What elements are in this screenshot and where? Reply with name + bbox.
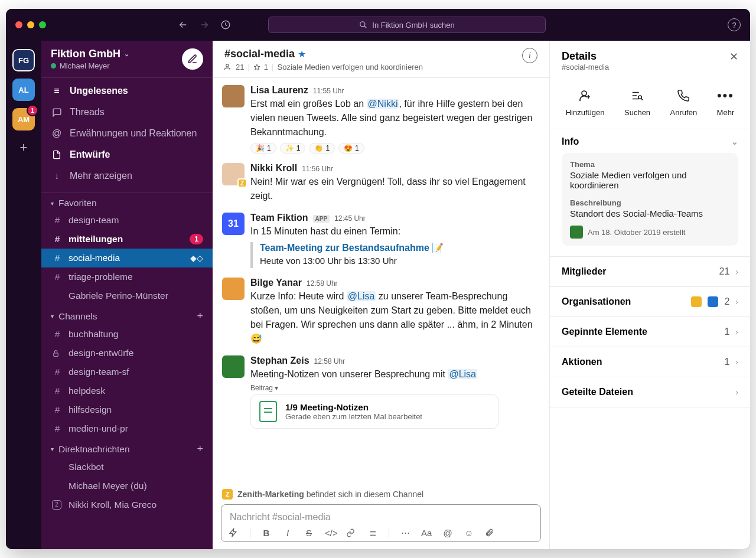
compose-button[interactable] [182, 48, 203, 70]
code-button[interactable]: </> [325, 528, 335, 538]
emoji-button[interactable]: ☺ [464, 528, 474, 538]
chevron-down-icon: ⌄ [124, 50, 129, 58]
avatar[interactable] [222, 85, 245, 107]
workspace-switcher: FG AL AM 1 + [6, 41, 41, 549]
main-column: #social-media ★ 21 | 1 | Soziale Medien … [213, 41, 549, 549]
reaction[interactable]: 🎉1 [250, 143, 276, 154]
message: 31 Team FiktionAPP12:45 Uhr In 15 Minute… [219, 209, 546, 274]
message-input[interactable] [229, 510, 533, 527]
mention[interactable]: @Nikki [367, 99, 399, 109]
workspace-icon[interactable]: FG [12, 49, 35, 71]
org-chip-icon [708, 296, 718, 307]
channel-item[interactable]: design-entwürfe [41, 344, 213, 363]
presence-icon [51, 63, 56, 68]
channel-item[interactable]: #triage-probleme [41, 267, 213, 286]
format-button[interactable]: Aa [421, 528, 432, 538]
forward-button[interactable] [197, 18, 211, 32]
shared-channel-notice: Z Zenith-Marketing befindet sich in dies… [213, 485, 549, 504]
avatar[interactable]: Z [222, 163, 245, 185]
channel-item-active[interactable]: #social-media◆◇ [41, 249, 213, 267]
section-dms[interactable]: ▾Direktnachrichten+ [41, 438, 213, 458]
channel-item[interactable]: #mitteilungen1 [41, 230, 213, 249]
avatar[interactable] [222, 355, 245, 378]
message-composer: B I S </> ≣ ⋯ Aa @ ☺ [221, 504, 541, 542]
close-button[interactable]: ✕ [729, 50, 738, 63]
window-controls [15, 21, 46, 28]
orgs-row[interactable]: Organisationen2› [550, 287, 750, 317]
nav-more[interactable]: ↓Mehr anzeigen [41, 165, 213, 187]
files-row[interactable]: Geteilte Dateien› [550, 377, 750, 407]
channel-item[interactable]: #buchhaltung [41, 325, 213, 344]
workspace-icon[interactable]: AM 1 [12, 108, 35, 130]
avatar[interactable] [222, 278, 245, 300]
attachment-card[interactable]: 1/9 Meeting-Notizen Gerade eben zum letz… [250, 394, 498, 429]
members-row[interactable]: Mitglieder21› [550, 257, 750, 287]
titlebar: In Fiktion GmbH suchen ? [6, 9, 750, 41]
chevron-down-icon[interactable]: ⌄ [731, 137, 738, 146]
slack-window: In Fiktion GmbH suchen ? FG AL AM 1 + Fi… [6, 9, 750, 549]
actions-row[interactable]: Aktionen1› [550, 347, 750, 377]
add-workspace-button[interactable]: + [14, 138, 34, 158]
nav-mentions[interactable]: @Erwähnungen und Reaktionen [41, 123, 213, 144]
dm-item[interactable]: Slackbot [41, 458, 213, 477]
maximize-window-icon[interactable] [39, 21, 46, 28]
mention[interactable]: @Lisa [448, 369, 477, 379]
dm-item[interactable]: Michael Meyer (du) [41, 477, 213, 495]
pinned-row[interactable]: Gepinnte Elemente1› [550, 317, 750, 347]
org-badge-icon: Z [237, 178, 247, 188]
dm-item[interactable]: Gabriele Perino-Münster [41, 286, 213, 305]
calendar-icon: 31 [222, 213, 245, 235]
back-button[interactable] [176, 18, 190, 32]
message: Z Nikki Kroll11:56 Uhr Nein! Mir war es … [219, 159, 546, 209]
unread-badge: 1 [27, 105, 38, 116]
channel-item[interactable]: #hilfsdesign [41, 400, 213, 419]
strike-button[interactable]: S [304, 528, 314, 538]
more-actions-button[interactable]: •••Mehr [717, 88, 735, 117]
more-formatting-button[interactable]: ⋯ [400, 527, 410, 538]
workspace-header[interactable]: Fiktion GmbH⌄ Michael Meyer [41, 41, 213, 78]
shared-channel-icon: ◆◇ [190, 250, 203, 266]
svg-point-3 [226, 64, 229, 67]
italic-button[interactable]: I [282, 528, 293, 538]
search-channel-button[interactable]: Suchen [624, 88, 650, 117]
nav-unread[interactable]: ≡Ungelesenes [41, 80, 213, 102]
svg-point-1 [360, 22, 365, 27]
channel-item[interactable]: #design-team-sf [41, 363, 213, 381]
help-icon[interactable]: ? [728, 18, 741, 31]
history-button[interactable] [219, 18, 233, 32]
section-channels[interactable]: ▾Channels+ [41, 305, 213, 325]
shortcuts-button[interactable] [229, 528, 239, 537]
channel-name[interactable]: #social-media [224, 48, 295, 60]
minimize-window-icon[interactable] [27, 21, 34, 28]
workspace-icon[interactable]: AL [12, 79, 35, 101]
mention-button[interactable]: @ [442, 528, 453, 538]
add-channel-button[interactable]: + [197, 310, 203, 322]
org-badge-icon: Z [222, 489, 233, 500]
document-icon [259, 401, 277, 422]
message: Lisa Laurenz11:55 Uhr Erst mal ein große… [219, 81, 546, 159]
history-nav [176, 18, 233, 32]
event-link[interactable]: Team-Meeting zur Bestandsaufnahme 📝 [260, 242, 539, 253]
list-button[interactable]: ≣ [367, 527, 378, 538]
attach-button[interactable] [485, 528, 496, 537]
call-button[interactable]: Anrufen [670, 88, 698, 117]
nav-drafts[interactable]: Entwürfe [41, 144, 213, 165]
channel-item[interactable]: #medien-und-pr [41, 419, 213, 438]
add-member-button[interactable]: Hinzufügen [566, 88, 605, 117]
add-dm-button[interactable]: + [197, 443, 203, 455]
reaction[interactable]: 👏1 [309, 143, 335, 154]
channel-item[interactable]: #design-team [41, 211, 213, 230]
nav-threads[interactable]: Threads [41, 102, 213, 123]
bold-button[interactable]: B [261, 528, 272, 538]
channel-details-button[interactable]: i [522, 48, 537, 63]
channel-item[interactable]: #helpdesk [41, 381, 213, 400]
mention[interactable]: @Lisa [347, 291, 376, 301]
section-favorites[interactable]: ▾Favoriten [41, 193, 213, 211]
reaction[interactable]: 😍1 [338, 143, 364, 154]
link-button[interactable] [346, 528, 357, 537]
close-window-icon[interactable] [15, 21, 22, 28]
dm-item[interactable]: 2Nikki Kroll, Mia Greco [41, 495, 213, 514]
star-icon[interactable]: ★ [298, 49, 306, 59]
reaction[interactable]: ✨1 [280, 143, 306, 154]
search-input[interactable]: In Fiktion GmbH suchen [268, 17, 546, 33]
